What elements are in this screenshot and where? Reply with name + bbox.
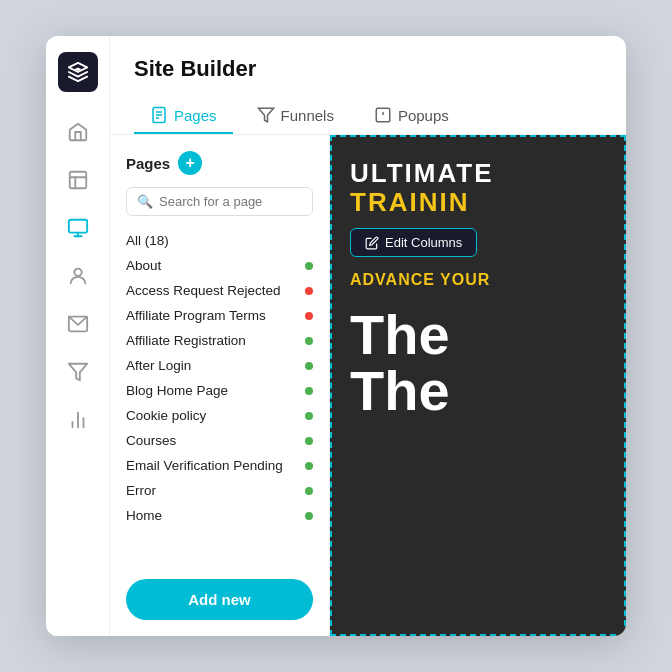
main-content: Site Builder Pages Funnels (110, 36, 626, 636)
sidebar-item-book[interactable] (58, 160, 98, 200)
list-item[interactable]: Affiliate Program Terms (110, 303, 329, 328)
header: Site Builder Pages Funnels (110, 36, 626, 135)
edit-icon (365, 236, 379, 250)
search-icon: 🔍 (137, 194, 153, 209)
status-dot-green (305, 387, 313, 395)
sidebar-item-chart[interactable] (58, 400, 98, 440)
tab-popups[interactable]: Popups (358, 98, 465, 134)
tab-funnels[interactable]: Funnels (241, 98, 350, 134)
preview-advance-text: ADVANCE YOUR (350, 271, 490, 289)
app-logo (58, 52, 98, 92)
add-new-button[interactable]: Add new (126, 579, 313, 620)
svg-point-6 (74, 269, 81, 276)
pages-tab-icon (150, 106, 168, 124)
svg-marker-16 (258, 108, 273, 122)
tab-bar: Pages Funnels Popups (134, 98, 602, 134)
list-item[interactable]: Affiliate Registration (110, 328, 329, 353)
status-dot-red (305, 287, 313, 295)
sidebar-item-filter[interactable] (58, 352, 98, 392)
preview-training-text: TRAININ (350, 188, 469, 217)
sidebar-item-user[interactable] (58, 256, 98, 296)
pages-label: Pages (126, 155, 170, 172)
search-bar[interactable]: 🔍 (126, 187, 313, 216)
status-dot-green (305, 462, 313, 470)
tab-popups-label: Popups (398, 107, 449, 124)
svg-rect-3 (68, 220, 86, 233)
preview-the2-text: The (350, 363, 450, 419)
preview-content: ULTIMATE TRAININ Edit Columns ADVANCE YO… (330, 135, 626, 636)
tab-pages-label: Pages (174, 107, 217, 124)
sidebar-item-mail[interactable] (58, 304, 98, 344)
preview-panel: ULTIMATE TRAININ Edit Columns ADVANCE YO… (330, 135, 626, 636)
status-dot-green (305, 262, 313, 270)
status-dot-green (305, 487, 313, 495)
page-title: Site Builder (134, 56, 602, 82)
list-item[interactable]: Access Request Rejected (110, 278, 329, 303)
preview-the-text: The (350, 307, 450, 363)
pages-list: All (18) About Access Request Rejected A… (110, 228, 329, 567)
status-dot-green (305, 412, 313, 420)
list-item[interactable]: After Login (110, 353, 329, 378)
status-dot-green (305, 512, 313, 520)
status-dot-green (305, 362, 313, 370)
edit-columns-button[interactable]: Edit Columns (350, 228, 477, 257)
list-item[interactable]: Cookie policy (110, 403, 329, 428)
svg-rect-0 (69, 172, 86, 189)
svg-marker-8 (68, 364, 86, 381)
list-item[interactable]: Courses (110, 428, 329, 453)
list-item[interactable]: Home (110, 503, 329, 528)
tab-pages[interactable]: Pages (134, 98, 233, 134)
list-item[interactable]: Blog Home Page (110, 378, 329, 403)
sidebar (46, 36, 110, 636)
list-item[interactable]: Email Verification Pending (110, 453, 329, 478)
sidebar-item-home[interactable] (58, 112, 98, 152)
pages-panel-header: Pages + (110, 151, 329, 187)
list-item[interactable]: Error (110, 478, 329, 503)
search-input[interactable] (159, 194, 302, 209)
add-page-circle-button[interactable]: + (178, 151, 202, 175)
funnels-tab-icon (257, 106, 275, 124)
content-area: Pages + 🔍 All (18) About Acc (110, 135, 626, 636)
sidebar-item-monitor[interactable] (58, 208, 98, 248)
list-item[interactable]: About (110, 253, 329, 278)
status-dot-green (305, 337, 313, 345)
pages-panel: Pages + 🔍 All (18) About Acc (110, 135, 330, 636)
preview-ultimate-text: ULTIMATE (350, 159, 494, 188)
popups-tab-icon (374, 106, 392, 124)
status-dot-red (305, 312, 313, 320)
tab-funnels-label: Funnels (281, 107, 334, 124)
status-dot-green (305, 437, 313, 445)
list-item[interactable]: All (18) (110, 228, 329, 253)
